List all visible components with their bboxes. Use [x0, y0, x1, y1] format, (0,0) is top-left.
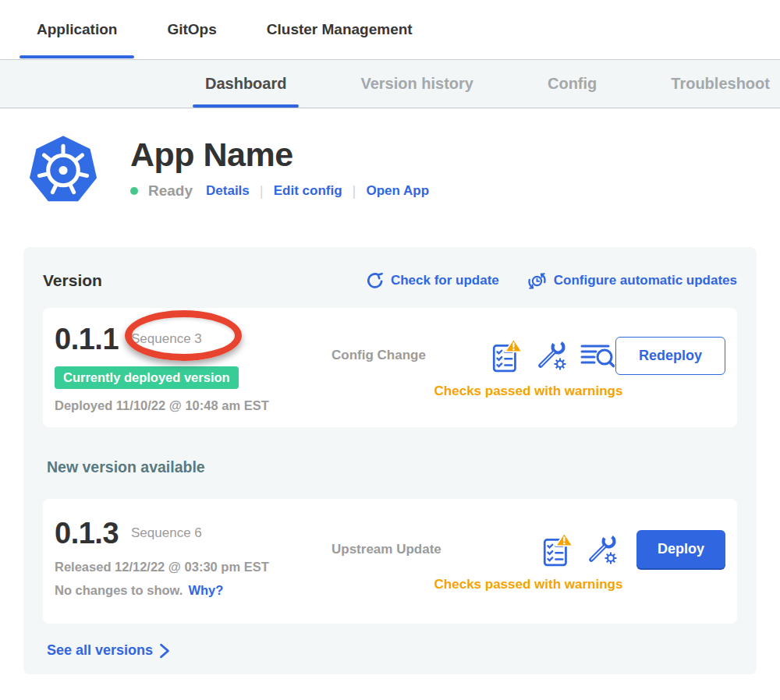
preflight-checks-icon[interactable]: [542, 532, 573, 567]
kubernetes-logo-icon: [27, 134, 99, 207]
check-for-update-label: Check for update: [391, 273, 499, 288]
available-version-number: 0.1.3: [55, 517, 119, 550]
available-version-card: 0.1.3 Sequence 6 Released 12/12/22 @ 03:…: [43, 499, 737, 624]
app-name-title: App Name: [130, 137, 429, 172]
subtab-troubleshoot[interactable]: Troubleshoot: [671, 60, 770, 108]
released-timestamp: Released 12/12/22 @ 03:30 pm EST: [55, 560, 332, 574]
primary-nav: Application GitOps Cluster Management: [0, 0, 780, 59]
version-source-label: Upstream Update: [332, 542, 464, 557]
version-panel: Version Check for update Configure: [23, 247, 757, 674]
open-app-link[interactable]: Open App: [366, 183, 429, 199]
configure-automatic-updates-button[interactable]: Configure automatic updates: [527, 271, 737, 291]
no-changes-text: No changes to show.: [55, 583, 183, 598]
details-link[interactable]: Details: [206, 183, 250, 199]
tab-cluster-management[interactable]: Cluster Management: [250, 0, 430, 59]
subtab-dashboard[interactable]: Dashboard: [205, 60, 286, 108]
chevron-right-icon: [159, 643, 170, 659]
edit-config-link[interactable]: Edit config: [274, 183, 342, 199]
deploy-button[interactable]: Deploy: [636, 530, 725, 568]
divider: |: [260, 182, 264, 200]
why-link[interactable]: Why?: [188, 583, 223, 598]
current-version-card: 0.1.1 Sequence 3 Currently deployed vers…: [43, 308, 737, 427]
see-all-versions-link[interactable]: See all versions: [47, 642, 170, 659]
app-status-text: Ready: [148, 182, 193, 200]
configure-automatic-updates-label: Configure automatic updates: [554, 273, 737, 288]
diff-view-icon[interactable]: [580, 341, 615, 369]
deployed-timestamp: Deployed 11/10/22 @ 10:48 am EST: [55, 398, 332, 413]
config-wrench-icon[interactable]: [535, 339, 568, 372]
tab-application[interactable]: Application: [20, 0, 134, 59]
tab-gitops[interactable]: GitOps: [150, 0, 233, 59]
config-wrench-icon[interactable]: [586, 533, 619, 566]
app-header: App Name Ready Details | Edit config | O…: [27, 134, 780, 207]
app-subnav: Dashboard Version history Config Trouble…: [0, 59, 780, 108]
preflight-checks-icon[interactable]: [491, 338, 523, 373]
see-all-versions-label: See all versions: [47, 642, 153, 659]
current-version-sequence: Sequence 3: [131, 331, 202, 347]
available-version-sequence: Sequence 6: [131, 525, 202, 541]
ready-status-dot: [130, 187, 138, 195]
preflight-checks-status: Checks passed with warnings: [332, 384, 725, 399]
divider: |: [353, 182, 356, 200]
preflight-checks-status: Checks passed with warnings: [332, 577, 725, 592]
check-for-update-button[interactable]: Check for update: [366, 272, 499, 290]
refresh-icon: [366, 272, 384, 290]
version-source-label: Config Change: [332, 348, 464, 363]
version-panel-title: Version: [43, 271, 102, 290]
currently-deployed-badge: Currently deployed version: [55, 366, 239, 389]
subtab-config[interactable]: Config: [548, 60, 597, 108]
auto-update-icon: [527, 271, 547, 291]
current-version-number: 0.1.1: [55, 323, 119, 356]
new-version-heading: New version available: [47, 458, 737, 477]
redeploy-button[interactable]: Redeploy: [615, 337, 725, 375]
subtab-version-history[interactable]: Version history: [360, 60, 473, 108]
